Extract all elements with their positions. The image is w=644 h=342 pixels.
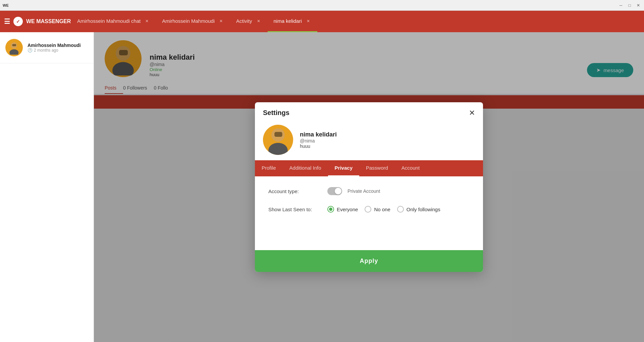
tab-chat1-label: Amirhossein Mahmoudi chat (77, 18, 141, 24)
app-logo-text: WE (3, 3, 9, 7)
modal-title: Settings (263, 109, 289, 117)
private-account-toggle[interactable] (327, 187, 342, 195)
sidebar-user-info: Amirhossein Mahmoudi 🕐 2 months ago (28, 43, 88, 53)
radio-everyone-label: Everyone (337, 207, 358, 212)
modal-user-handle: @nima (300, 138, 337, 144)
modal-user-bio: huuu (300, 144, 337, 149)
modal-close-button[interactable]: ✕ (469, 109, 475, 117)
hamburger-icon[interactable]: ☰ (4, 17, 10, 25)
tab-chat2-label: Amirhossein Mahmoudi (162, 18, 215, 24)
toggle-knob (335, 188, 341, 194)
tab-nima[interactable]: nima kelidari ✕ (268, 11, 317, 32)
modal-avatar (263, 125, 293, 155)
modal-body: Account type: Private Account Show Last … (255, 176, 483, 250)
svg-rect-2 (12, 44, 16, 46)
tab-chat1[interactable]: Amirhossein Mahmoudi chat ✕ (71, 11, 156, 32)
tab-chat2-close[interactable]: ✕ (218, 18, 224, 24)
window-controls: ─ □ ✕ (618, 2, 641, 8)
modal-user-info: nima kelidari @nima huuu (300, 131, 337, 149)
modal-user-section: nima kelidari @nima huuu (255, 121, 483, 160)
show-last-seen-label: Show Last Seen to: (268, 207, 322, 212)
radio-no-one-label: No one (374, 207, 390, 212)
header: ☰ ✓ WE MASSENGER Amirhossein Mahmoudi ch… (0, 11, 644, 32)
radio-no-one[interactable]: No one (365, 206, 390, 213)
titlebar: WE ─ □ ✕ (0, 0, 644, 11)
radio-everyone[interactable]: Everyone (327, 206, 358, 213)
svg-point-7 (268, 143, 288, 155)
modal-tab-additional-info[interactable]: Additional Info (283, 160, 328, 176)
brand-name: WE MASSENGER (26, 18, 71, 24)
sidebar-time: 🕐 2 months ago (28, 48, 88, 53)
radio-only-followings[interactable]: Only followings (397, 206, 440, 213)
radio-everyone-circle (327, 206, 334, 213)
tab-nima-label: nima kelidari (274, 18, 302, 24)
apply-button[interactable]: Apply (255, 250, 483, 272)
tab-chat2[interactable]: Amirhossein Mahmoudi ✕ (156, 11, 230, 32)
tab-activity[interactable]: Activity ✕ (230, 11, 268, 32)
brand: ☰ ✓ WE MASSENGER (4, 17, 71, 26)
tab-activity-label: Activity (236, 18, 252, 24)
modal-tab-bar: Profile Additional Info Privacy Password… (255, 160, 483, 176)
tab-chat1-close[interactable]: ✕ (144, 18, 150, 24)
sidebar-username: Amirhossein Mahmoudi (28, 43, 88, 48)
last-seen-radio-group: Everyone No one Only followings (327, 206, 440, 213)
radio-no-one-circle (365, 206, 371, 213)
main-content: Amirhossein Mahmoudi 🕐 2 months ago (0, 32, 644, 342)
modal-tab-privacy[interactable]: Privacy (328, 160, 359, 176)
brand-check-icon: ✓ (13, 17, 23, 26)
settings-modal: Settings ✕ nima kelidari @nima (255, 102, 483, 272)
svg-point-1 (9, 49, 18, 55)
modal-header: Settings ✕ (255, 102, 483, 121)
clock-icon: 🕐 (28, 48, 33, 53)
modal-tab-account[interactable]: Account (395, 160, 426, 176)
close-window-button[interactable]: ✕ (635, 2, 641, 8)
radio-only-followings-label: Only followings (407, 207, 440, 212)
modal-tab-password[interactable]: Password (359, 160, 395, 176)
profile-area: nima kelidari @nima Online huuu ➤ messag… (94, 32, 644, 342)
show-last-seen-row: Show Last Seen to: Everyone No one (268, 206, 470, 213)
account-type-label: Account type: (268, 188, 322, 194)
sidebar-user-item[interactable]: Amirhossein Mahmoudi 🕐 2 months ago (0, 32, 94, 63)
sidebar-avatar (5, 39, 23, 56)
modal-overlay: Settings ✕ nima kelidari @nima (94, 32, 644, 342)
minimize-button[interactable]: ─ (618, 2, 624, 8)
restore-button[interactable]: □ (627, 2, 633, 8)
tab-bar: Amirhossein Mahmoudi chat ✕ Amirhossein … (71, 11, 317, 32)
sidebar: Amirhossein Mahmoudi 🕐 2 months ago (0, 32, 94, 342)
account-type-row: Account type: Private Account (268, 187, 470, 195)
modal-tab-profile[interactable]: Profile (255, 160, 283, 176)
svg-rect-8 (274, 132, 282, 137)
modal-user-name: nima kelidari (300, 131, 337, 138)
private-account-text: Private Account (347, 188, 380, 194)
radio-only-followings-circle (397, 206, 404, 213)
tab-nima-close[interactable]: ✕ (305, 18, 311, 24)
tab-activity-close[interactable]: ✕ (256, 18, 262, 24)
